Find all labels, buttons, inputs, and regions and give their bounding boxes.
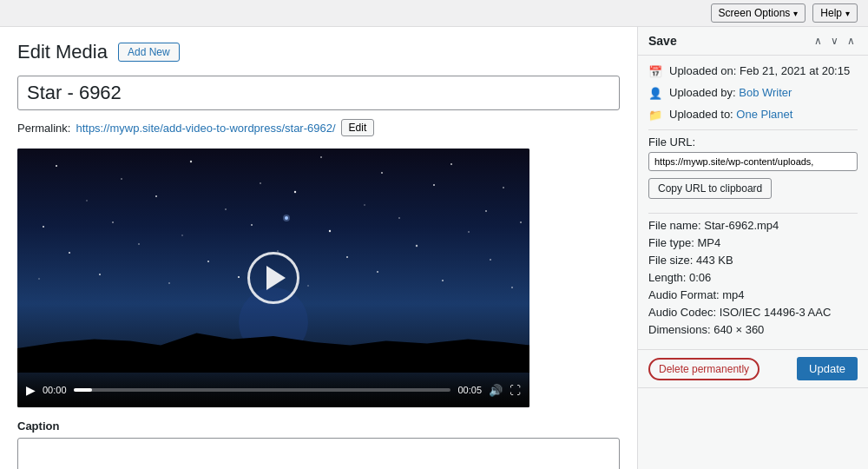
current-time: 00:00 — [43, 385, 67, 395]
svg-point-15 — [43, 226, 44, 228]
metabox-body: 📅 Uploaded on: Feb 21, 2021 at 20:15 👤 U… — [638, 56, 868, 349]
play-pause-button[interactable]: ▶ — [26, 383, 36, 397]
file-size-value: 443 KB — [696, 254, 733, 267]
copy-url-button[interactable]: Copy URL to clipboard — [648, 178, 772, 199]
svg-point-8 — [86, 200, 87, 201]
uploaded-to-link[interactable]: One Planet — [736, 108, 792, 121]
delete-permanently-link[interactable]: Delete permanently — [648, 358, 760, 380]
uploaded-to-text: Uploaded to: One Planet — [669, 108, 792, 121]
play-icon — [266, 266, 286, 290]
metabox-collapse-button[interactable]: ∧ — [812, 35, 825, 47]
file-size-label: File size: — [648, 254, 693, 267]
add-new-button[interactable]: Add New — [118, 43, 180, 62]
svg-point-10 — [225, 208, 227, 210]
svg-point-32 — [168, 282, 170, 284]
file-url-label: File URL: — [648, 135, 858, 149]
caption-section: Caption — [17, 419, 620, 469]
svg-point-23 — [69, 252, 70, 254]
caption-input[interactable] — [17, 438, 620, 469]
main-content: Edit Media Add New Permalink: https://my… — [0, 27, 638, 469]
screen-options-label: Screen Options — [719, 7, 791, 19]
uploaded-by-link[interactable]: Bob Writer — [739, 86, 792, 99]
permalink-row: Permalink: https://mywp.site/add-video-t… — [17, 119, 620, 136]
svg-point-27 — [346, 256, 348, 258]
help-button[interactable]: Help ▾ — [812, 3, 858, 23]
uploaded-by-row: 👤 Uploaded by: Bob Writer — [648, 86, 858, 101]
play-button[interactable] — [247, 252, 299, 304]
screen-options-button[interactable]: Screen Options ▾ — [711, 3, 806, 23]
svg-point-17 — [181, 234, 182, 235]
uploaded-by-label: Uploaded by: — [669, 86, 736, 99]
audio-codec-value: ISO/IEC 14496-3 AAC — [720, 306, 832, 319]
video-controls: ▶ 00:00 00:05 🔊 ⛶ — [17, 373, 529, 407]
meta-divider-1 — [648, 129, 858, 130]
save-metabox: Save ∧ ∨ ∧ 📅 Uploaded on: Feb 21, 2021 a… — [638, 27, 868, 388]
svg-point-18 — [251, 224, 253, 226]
svg-point-4 — [320, 156, 322, 158]
file-size-row: File size: 443 KB — [648, 254, 858, 267]
svg-point-7 — [503, 187, 504, 188]
progress-bar[interactable] — [74, 388, 451, 392]
permalink-link[interactable]: https://mywp.site/add-video-to-wordpress… — [76, 122, 335, 135]
length-row: Length: 0:06 — [648, 271, 858, 284]
permalink-label: Permalink: — [17, 122, 70, 135]
uploaded-by-text: Uploaded by: Bob Writer — [669, 86, 792, 99]
top-bar: Screen Options ▾ Help ▾ — [0, 0, 868, 27]
caption-label: Caption — [17, 419, 620, 433]
help-chevron-icon: ▾ — [845, 9, 850, 18]
svg-point-14 — [485, 210, 487, 212]
audio-codec-row: Audio Codec: ISO/IEC 14496-3 AAC — [648, 306, 858, 319]
file-url-section: File URL: — [648, 135, 858, 171]
svg-point-33 — [238, 276, 240, 278]
svg-point-2 — [190, 161, 192, 162]
metabox-header: Save ∧ ∨ ∧ — [638, 27, 868, 56]
file-type-row: File type: MP4 — [648, 236, 858, 249]
dimensions-row: Dimensions: 640 × 360 — [648, 323, 858, 336]
calendar-icon: 📅 — [648, 65, 662, 79]
svg-point-5 — [381, 172, 383, 174]
file-url-input[interactable] — [648, 152, 858, 171]
uploaded-to-row: 📁 Uploaded to: One Planet — [648, 108, 858, 122]
svg-point-0 — [56, 165, 57, 167]
svg-point-16 — [112, 221, 114, 223]
metabox-footer: Delete permanently Update — [638, 349, 868, 387]
file-name-row: File name: Star-6962.mp4 — [648, 219, 858, 232]
svg-point-30 — [38, 278, 39, 279]
page-wrapper: Edit Media Add New Permalink: https://my… — [0, 27, 868, 469]
dimensions-value: 640 × 360 — [713, 323, 764, 336]
svg-point-25 — [207, 261, 209, 262]
media-title-input[interactable] — [17, 76, 620, 110]
audio-format-label: Audio Format: — [648, 288, 720, 301]
svg-point-22 — [520, 221, 522, 223]
svg-point-39 — [283, 215, 290, 221]
metabox-toggle-button[interactable]: ∧ — [845, 35, 858, 47]
uploaded-on-row: 📅 Uploaded on: Feb 21, 2021 at 20:15 — [648, 64, 858, 79]
volume-icon[interactable]: 🔊 — [489, 384, 503, 397]
help-label: Help — [820, 7, 842, 19]
length-label: Length: — [648, 271, 686, 284]
fullscreen-icon[interactable]: ⛶ — [510, 384, 521, 397]
svg-point-21 — [468, 231, 469, 232]
svg-point-9 — [155, 195, 157, 197]
uploaded-on-value: Feb 21, 2021 at 20:15 — [740, 64, 850, 77]
file-name-label: File name: — [648, 219, 701, 232]
svg-point-31 — [99, 274, 101, 275]
svg-point-6 — [450, 163, 452, 165]
audio-format-row: Audio Format: mp4 — [648, 288, 858, 301]
video-background — [17, 149, 529, 407]
update-button[interactable]: Update — [797, 357, 858, 380]
svg-point-28 — [416, 245, 418, 247]
svg-point-12 — [364, 204, 365, 205]
svg-point-19 — [329, 230, 331, 232]
permalink-edit-button[interactable]: Edit — [341, 119, 375, 136]
screen-options-chevron-icon: ▾ — [793, 9, 798, 18]
progress-fill — [74, 388, 93, 392]
svg-point-3 — [260, 182, 260, 183]
metabox-expand-button[interactable]: ∨ — [828, 35, 841, 47]
folder-icon: 📁 — [648, 109, 662, 122]
svg-point-37 — [511, 287, 513, 288]
uploaded-on-text: Uploaded on: Feb 21, 2021 at 20:15 — [669, 64, 850, 77]
svg-point-20 — [398, 217, 400, 219]
page-header: Edit Media Add New — [17, 41, 620, 63]
length-value: 0:06 — [689, 271, 711, 284]
